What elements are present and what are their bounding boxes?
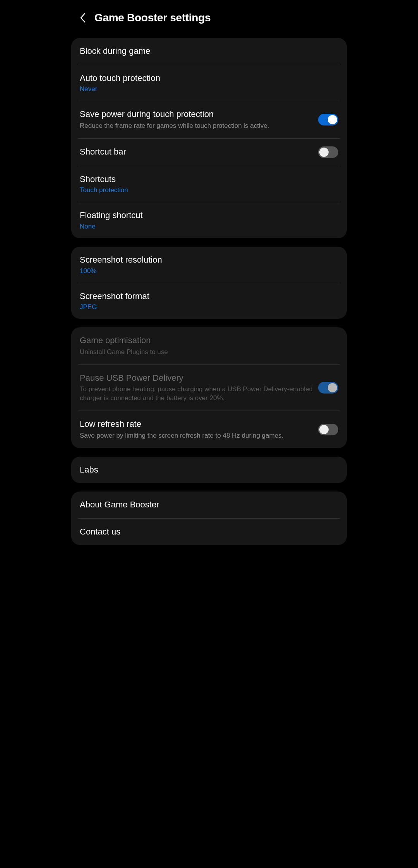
labs-row[interactable]: Labs: [71, 457, 347, 483]
header: Game Booster settings: [70, 0, 348, 38]
row-subtitle: Reduce the frame rate for games while to…: [80, 122, 318, 131]
screenshot-format-row[interactable]: Screenshot format JPEG: [71, 283, 347, 319]
row-title: Labs: [80, 464, 338, 476]
settings-group-5: About Game Booster Contact us: [71, 492, 347, 545]
save-power-row[interactable]: Save power during touch protection Reduc…: [71, 101, 347, 138]
low-refresh-row[interactable]: Low refresh rate Save power by limiting …: [71, 411, 347, 448]
block-during-game-row[interactable]: Block during game: [71, 38, 347, 65]
save-power-toggle[interactable]: [318, 114, 338, 125]
row-title: Screenshot format: [80, 291, 338, 302]
auto-touch-protection-row[interactable]: Auto touch protection Never: [71, 65, 347, 101]
screenshot-resolution-row[interactable]: Screenshot resolution 100%: [71, 247, 347, 283]
shortcut-bar-toggle[interactable]: [318, 146, 338, 158]
row-title: Shortcuts: [80, 174, 338, 185]
row-title: Contact us: [80, 526, 338, 538]
pause-usb-row[interactable]: Pause USB Power Delivery To prevent phon…: [71, 365, 347, 411]
shortcuts-row[interactable]: Shortcuts Touch protection: [71, 166, 347, 202]
settings-group-2: Screenshot resolution 100% Screenshot fo…: [71, 247, 347, 319]
settings-group-3: Game optimisation Uninstall Game Plugins…: [71, 327, 347, 448]
row-value: Never: [80, 85, 338, 93]
row-value: Touch protection: [80, 186, 338, 194]
row-title: Pause USB Power Delivery: [80, 373, 318, 384]
row-title: Game optimisation: [80, 335, 338, 346]
row-subtitle: Save power by limiting the screen refres…: [80, 431, 318, 440]
row-title: Auto touch protection: [80, 73, 338, 84]
pause-usb-toggle[interactable]: [318, 382, 338, 394]
row-title: Shortcut bar: [80, 146, 318, 158]
floating-shortcut-row[interactable]: Floating shortcut None: [71, 202, 347, 238]
about-row[interactable]: About Game Booster: [71, 492, 347, 518]
settings-group-4: Labs: [71, 457, 347, 483]
back-button[interactable]: [79, 14, 87, 22]
row-title: About Game Booster: [80, 499, 338, 510]
row-value: None: [80, 223, 338, 230]
row-subtitle: Uninstall Game Plugins to use: [80, 348, 338, 357]
chevron-left-icon: [80, 13, 86, 23]
low-refresh-toggle[interactable]: [318, 424, 338, 435]
row-subtitle: To prevent phone heating, pause charging…: [80, 385, 318, 403]
row-value: JPEG: [80, 303, 338, 311]
row-title: Screenshot resolution: [80, 254, 338, 266]
row-title: Block during game: [80, 46, 338, 57]
row-title: Low refresh rate: [80, 419, 318, 430]
contact-us-row[interactable]: Contact us: [71, 519, 347, 545]
row-title: Floating shortcut: [80, 210, 338, 221]
shortcut-bar-row[interactable]: Shortcut bar: [71, 139, 347, 166]
page-title: Game Booster settings: [94, 12, 211, 24]
row-title: Save power during touch protection: [80, 109, 318, 120]
row-value: 100%: [80, 267, 338, 275]
settings-group-1: Block during game Auto touch protection …: [71, 38, 347, 238]
game-optimisation-row[interactable]: Game optimisation Uninstall Game Plugins…: [71, 327, 347, 364]
